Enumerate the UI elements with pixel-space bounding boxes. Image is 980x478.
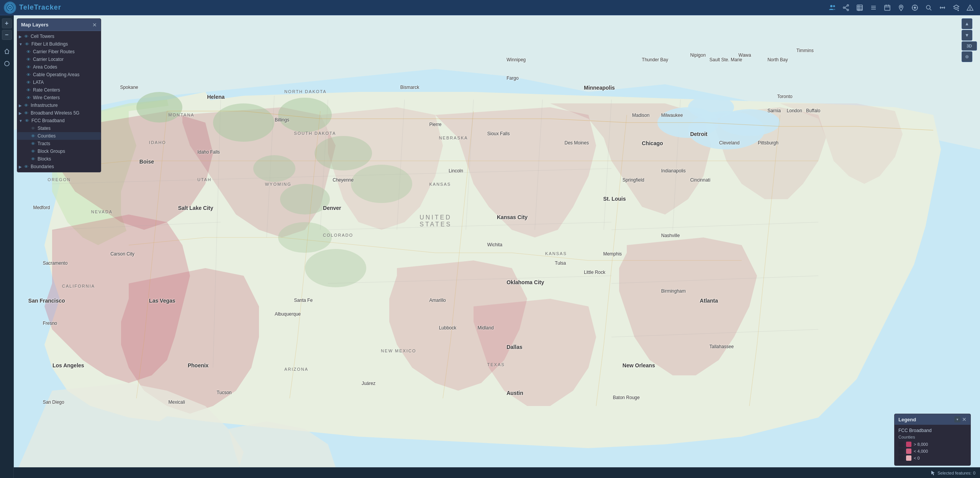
layer-blocks[interactable]: 👁 Blocks	[17, 155, 101, 163]
legend-swatch-lt4000	[906, 449, 911, 454]
layer-label-carrier-locator: Carrier Locator	[33, 57, 64, 62]
layer-label-5g: Broadband Wireless 5G	[31, 110, 79, 116]
layer-rate-centers[interactable]: 👁 Rate Centers	[17, 86, 101, 94]
layer-counties[interactable]: 👁 Counties	[17, 132, 101, 140]
users-icon[interactable]	[826, 2, 838, 14]
panel-close-button[interactable]: ✕	[92, 22, 97, 28]
selected-label: Selected features:	[937, 471, 972, 475]
warning-toolbar-icon[interactable]	[964, 2, 976, 14]
legend-item-lt4000: < 4,000	[898, 449, 967, 454]
eye-counties[interactable]: 👁	[31, 134, 35, 138]
list-icon[interactable]	[867, 2, 880, 14]
layer-carrier-fiber-routes[interactable]: 👁 Carrier Fiber Routes	[17, 48, 101, 56]
3d-view-button[interactable]: 3D	[962, 41, 977, 51]
layer-carrier-locator[interactable]: 👁 Carrier Locator	[17, 56, 101, 63]
svg-point-61	[278, 98, 332, 132]
legend-content: FCC Broadband Counties > 8,000 < 4,000 <…	[895, 425, 970, 465]
legend-swatch-lt0	[906, 455, 911, 461]
add-layer-icon[interactable]	[950, 2, 962, 14]
zoom-out-button[interactable]: −	[2, 30, 12, 40]
layer-label-cell-towers: Cell Towers	[31, 34, 54, 39]
svg-point-63	[280, 184, 330, 214]
svg-point-71	[688, 96, 734, 119]
layer-lata[interactable]: 👁 LATA	[17, 79, 101, 86]
zoom-in-button[interactable]: +	[2, 18, 12, 28]
eye-fcc[interactable]: 👁	[25, 118, 29, 123]
location-circle-icon[interactable]	[909, 2, 921, 14]
legend-minimize-button[interactable]: ▼	[954, 416, 960, 422]
expand-down-button[interactable]: ▼	[962, 30, 972, 41]
layer-label-fcc: FCC Broadband	[31, 118, 65, 123]
legend-label-gt8000: > 8,000	[914, 442, 928, 447]
svg-point-60	[213, 103, 274, 142]
eye-cable-areas[interactable]: 👁	[26, 72, 31, 77]
eye-area-codes[interactable]: 👁	[26, 65, 31, 69]
search-toolbar-icon[interactable]	[923, 2, 935, 14]
layer-cable-operating-areas[interactable]: 👁 Cable Operating Areas	[17, 71, 101, 79]
map-background[interactable]: Vancouver Victoria Seattle Olympia Portl…	[14, 15, 980, 478]
eye-rate-centers[interactable]: 👁	[26, 88, 31, 92]
layer-tracts[interactable]: 👁 Tracts	[17, 140, 101, 147]
legend-swatch-gt8000	[906, 442, 911, 447]
panel-content: ▶ 👁 Cell Towers ▼ 👁 Fiber Lit Buildings …	[17, 31, 101, 172]
expand-up-button[interactable]: ▲	[962, 18, 972, 29]
expand-arrow-cell-towers: ▶	[19, 34, 22, 39]
eye-cell-towers[interactable]: 👁	[24, 34, 28, 39]
layer-fcc-broadband[interactable]: ▼ 👁 FCC Broadband	[17, 117, 101, 124]
pin-icon[interactable]	[895, 2, 907, 14]
cursor-icon	[930, 470, 936, 476]
eye-5g[interactable]: 👁	[24, 111, 28, 115]
eye-states[interactable]: 👁	[31, 126, 35, 131]
right-mini-toolbar: ▲ ▼ 3D ⊕	[962, 18, 977, 62]
layer-label-wire-centers: Wire Centers	[33, 95, 60, 100]
table-icon[interactable]	[854, 2, 866, 14]
layer-states[interactable]: 👁 States	[17, 124, 101, 132]
eye-block-groups[interactable]: 👁	[31, 149, 35, 154]
circle-tool-button[interactable]	[2, 58, 12, 69]
layer-label-states: States	[38, 126, 51, 131]
eye-carrier-locator[interactable]: 👁	[26, 57, 31, 62]
calendar-icon[interactable]	[881, 2, 893, 14]
svg-point-24	[900, 6, 902, 8]
layer-area-codes[interactable]: 👁 Area Codes	[17, 63, 101, 71]
layer-block-groups[interactable]: 👁 Block Groups	[17, 147, 101, 155]
svg-point-66	[278, 222, 332, 253]
measure-icon[interactable]	[936, 2, 949, 14]
layer-wire-centers[interactable]: 👁 Wire Centers	[17, 94, 101, 101]
eye-carrier-fiber[interactable]: 👁	[26, 49, 31, 54]
compass-button[interactable]: ⊕	[962, 51, 972, 62]
layer-label-area-codes: Area Codes	[33, 64, 57, 70]
svg-point-6	[833, 5, 835, 7]
layer-boundaries[interactable]: ▶ 👁 Boundaries	[17, 163, 101, 170]
eye-fiber[interactable]: 👁	[25, 42, 29, 46]
layer-label-tracts: Tracts	[38, 141, 50, 146]
svg-point-62	[253, 155, 295, 182]
eye-infrastructure[interactable]: 👁	[24, 103, 28, 108]
layer-broadband-5g[interactable]: ▶ 👁 Broadband Wireless 5G	[17, 109, 101, 117]
left-sidebar: + −	[0, 15, 14, 478]
layer-fiber-buildings[interactable]: ▼ 👁 Fiber Lit Buildings	[17, 40, 101, 48]
map-container: Vancouver Victoria Seattle Olympia Portl…	[14, 15, 980, 478]
eye-blocks[interactable]: 👁	[31, 157, 35, 161]
legend-close-button[interactable]: ✕	[962, 416, 967, 422]
layer-infrastructure[interactable]: ▶ 👁 Infrastructure	[17, 101, 101, 109]
svg-point-64	[315, 136, 372, 170]
legend-panel: Legend ▼ ✕ FCC Broadband Counties > 8,00…	[894, 414, 971, 466]
eye-lata[interactable]: 👁	[26, 80, 31, 85]
svg-point-26	[914, 7, 916, 8]
layer-label-rate-centers: Rate Centers	[33, 87, 60, 93]
toolbar: TeleTracker	[0, 0, 980, 15]
layer-label-blocks: Blocks	[38, 156, 51, 162]
home-button[interactable]	[2, 46, 12, 57]
logo-area: TeleTracker	[0, 2, 84, 14]
layer-cell-towers[interactable]: ▶ 👁 Cell Towers	[17, 33, 101, 40]
layer-label-block-groups: Block Groups	[38, 149, 65, 154]
eye-boundaries[interactable]: 👁	[24, 164, 28, 169]
panel-title: Map Layers	[21, 22, 49, 28]
share-icon[interactable]	[840, 2, 852, 14]
legend-sub-title: Counties	[898, 435, 967, 439]
eye-tracts[interactable]: 👁	[31, 141, 35, 146]
app-logo-icon	[4, 2, 16, 14]
status-bar: Selected features: 0	[14, 467, 980, 478]
eye-wire-centers[interactable]: 👁	[26, 95, 31, 100]
